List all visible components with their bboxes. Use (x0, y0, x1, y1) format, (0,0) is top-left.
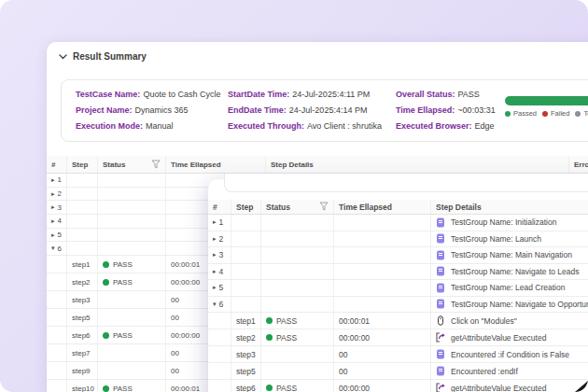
step-row[interactable]: step2PASS00:00:00getAttributeValue Execu… (208, 329, 588, 346)
expand-row-icon[interactable]: ▸ (213, 235, 217, 243)
table-cell (47, 273, 67, 290)
row-number: 3 (58, 203, 62, 212)
row-number: 1 (58, 175, 62, 184)
table-cell (334, 297, 431, 313)
table-cell (261, 264, 334, 280)
testgroup-row[interactable]: ▸2TestGroup Name: Launch (208, 231, 588, 248)
column-header: Time Ellapsed (166, 156, 266, 173)
filter-funnel-icon[interactable] (319, 202, 329, 212)
column-header-label: Error Message (574, 161, 588, 169)
expand-row-icon[interactable]: ▸ (51, 190, 55, 198)
testgroup-row[interactable]: ▾6TestGroup Name: Navigate to Opportunit… (208, 297, 588, 314)
table-cell: step10 (67, 380, 98, 392)
result-summary-screen: Result Summary TestCase Name:Quote to Ca… (0, 0, 588, 392)
pass-dot-icon (266, 385, 273, 391)
legend-dot-icon (542, 111, 548, 117)
expand-row-icon[interactable]: ▸ (51, 176, 55, 184)
time-elapsed-value: 00:00:00 (339, 333, 370, 343)
table-cell: PASS (98, 327, 166, 343)
expand-row-icon[interactable]: ▸ (213, 284, 217, 291)
legend-label: Failed (551, 109, 569, 118)
step-name: step5 (236, 367, 256, 376)
table-cell (231, 231, 261, 247)
column-header: Step (67, 156, 98, 173)
table-cell: TestGroup Name: Initialization (431, 215, 588, 231)
table-cell: step3 (67, 291, 98, 308)
table-cell (98, 215, 166, 228)
doc-icon (436, 366, 445, 376)
table-cell: TestGroup Name: Navigate to Opportunity (431, 297, 588, 313)
table-cell (67, 201, 98, 214)
table-cell: 00:00:01 (334, 313, 431, 329)
step-detail-text: TestGroup Name: Launch (451, 234, 541, 244)
result-summary-header[interactable]: Result Summary (59, 51, 147, 62)
time-elapsed-value: 00:00:01 (171, 260, 200, 269)
table-cell (98, 362, 166, 379)
pass-progress-bar (505, 96, 588, 105)
table-cell (334, 280, 431, 296)
summary-field: Executed Browser:Edge (396, 120, 496, 132)
summary-field-label: Executed Browser: (396, 121, 472, 131)
step-detail-text: TestGroup Name: Navigate to Leads (451, 267, 580, 276)
table-cell: ▸5 (47, 229, 67, 242)
doc-icon (436, 349, 445, 359)
table-cell (98, 344, 166, 361)
table-cell (47, 256, 67, 273)
time-elapsed-value: 00:00:00 (171, 331, 200, 340)
table-cell (231, 280, 261, 296)
summary-column-1: TestCase Name:Quote to Cash CycleProject… (76, 89, 220, 132)
column-header: Step Details (266, 156, 569, 173)
pass-dot-icon (103, 385, 109, 392)
step-row[interactable]: step300Encountered :if Condition is Fals… (208, 346, 588, 363)
table-cell (334, 215, 431, 231)
legend-label: Terminated (583, 109, 588, 118)
step-row[interactable]: step500Encountered :endIf (208, 363, 588, 380)
row-number: 4 (219, 267, 224, 276)
expand-row-icon[interactable]: ▸ (213, 268, 217, 275)
column-header-label: Status (266, 203, 290, 212)
summary-field-value: Manual (146, 121, 174, 131)
row-number: 2 (58, 189, 62, 198)
time-elapsed-value: 00 (171, 367, 179, 375)
summary-field-label: TestCase Name: (76, 90, 140, 99)
step-row[interactable]: step6PASS00:00:00getAttributeValue Execu… (208, 380, 588, 392)
status-badge: PASS (113, 331, 133, 340)
column-header-label: Step (236, 203, 253, 212)
table-cell (261, 346, 334, 362)
step-detail-text: Encountered :endIf (451, 367, 518, 376)
table-cell: 00:00:00 (334, 380, 431, 392)
time-elapsed-value: 00 (339, 367, 347, 376)
expand-row-icon[interactable]: ▸ (51, 203, 55, 211)
expand-row-icon[interactable]: ▸ (51, 231, 55, 239)
pass-dot-icon (103, 261, 109, 268)
step-detail-text: Click on "Modules" (451, 316, 517, 326)
expand-row-icon[interactable]: ▸ (213, 218, 217, 226)
testgroup-row[interactable]: ▸3TestGroup Name: Main Navigation (208, 247, 588, 264)
filter-funnel-icon[interactable] (151, 160, 161, 170)
column-header: # (208, 200, 231, 214)
testgroup-row[interactable]: ▸5TestGroup Name: Lead Creation (208, 280, 588, 297)
summary-field-value: Avo Client : shrutika (307, 121, 382, 131)
testgroup-row[interactable]: ▸4TestGroup Name: Navigate to Leads (208, 264, 588, 281)
step-detail-text: getAttributeValue Executed (451, 384, 546, 392)
table-cell: ▸4 (208, 264, 231, 280)
table-cell: Encountered :if Condition is False (431, 346, 588, 362)
expand-row-icon[interactable]: ▸ (51, 217, 55, 225)
table-cell (261, 280, 334, 296)
table-cell: TestGroup Name: Navigate to Leads (431, 264, 588, 280)
summary-field-label: Time Ellapsed: (396, 105, 455, 115)
collapse-row-icon[interactable]: ▾ (51, 245, 55, 252)
table-cell (47, 380, 67, 392)
table-cell (98, 201, 166, 214)
table-cell: 00 (334, 346, 431, 362)
collapse-row-icon[interactable]: ▾ (213, 301, 217, 308)
step-name: step10 (72, 385, 94, 392)
step-row[interactable]: step1PASS00:00:01Click on "Modules" (208, 313, 588, 329)
summary-column-2: StartDate Time:24-Jul-2025:4:11 PMEndDat… (228, 89, 382, 132)
table-cell: ▸5 (208, 280, 231, 296)
testgroup-row[interactable]: ▸1TestGroup Name: Initialization (208, 215, 588, 231)
summary-field: Overall Status:PASS (396, 89, 496, 100)
expand-row-icon[interactable]: ▸ (213, 251, 217, 259)
table-cell (47, 291, 67, 308)
summary-field: Executed Through:Avo Client : shrutika (228, 120, 382, 132)
